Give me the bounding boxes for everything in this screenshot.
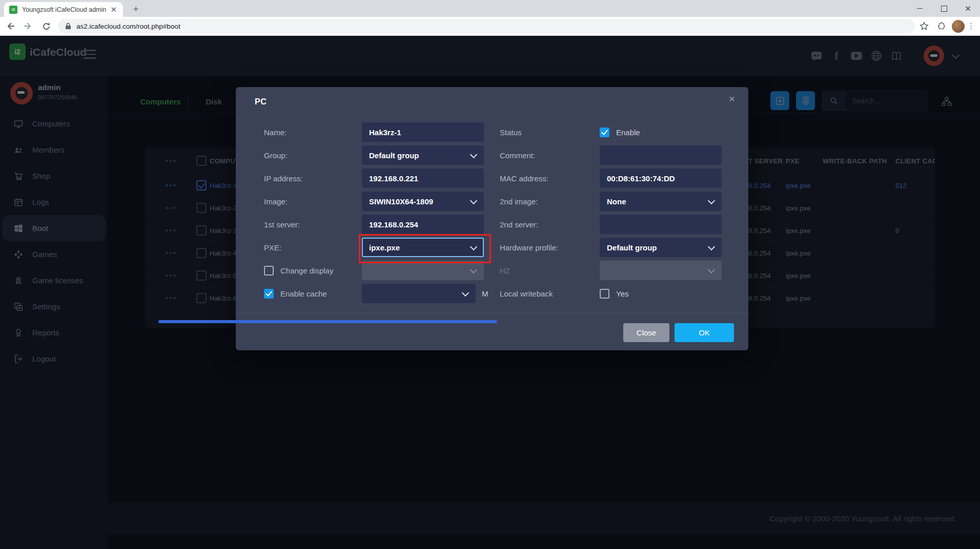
field-row-status: Status Enable [500,122,730,142]
field-row-local-writeback: Local writeback Yes [500,284,730,303]
browser-menu-icon[interactable]: ⋮ [967,22,975,31]
ip-label: IP address: [264,174,362,183]
window-controls: ✕ [908,0,980,17]
field-row-1st-server: 1st server: 192.168.0.254 [264,215,489,234]
mac-label: MAC address: [500,174,600,183]
name-input[interactable]: Hak3rz-1 [362,122,484,142]
field-row-change-display: Change display [264,261,489,280]
local-writeback-yes-label: Yes [616,289,628,298]
url-text: as2.icafecloud.com/root.php#boot [76,23,180,30]
local-writeback-checkbox[interactable] [600,289,609,299]
field-row-image: Image: SIWIN10X64-1809 [264,192,489,211]
url-bar[interactable]: as2.icafecloud.com/root.php#boot [58,19,915,33]
back-icon[interactable] [3,18,18,34]
change-display-label: Change display [280,266,333,275]
cache-unit-label: M [482,289,488,298]
browser-toolbar: as2.icafecloud.com/root.php#boot ⋮ [0,17,980,36]
pc-dialog: PC × Name: Hak3rz-1 Group: Default group… [236,87,748,350]
field-row-2nd-image: 2nd image: None [500,192,730,211]
field-row-group: Group: Default group [264,145,489,165]
hz-select-disabled [600,261,722,280]
field-row-mac: MAC address: 00:D8:61:30:74:DD [500,168,730,188]
status-label: Status [500,128,600,137]
2nd-image-select[interactable]: None [600,192,722,211]
pxe-label: PXE: [264,243,362,252]
field-row-pxe: PXE: ipxe.pxe [264,238,489,257]
browser-profile-avatar[interactable] [950,18,966,34]
2nd-server-label: 2nd server: [500,220,600,229]
1st-server-label: 1st server: [264,220,362,229]
new-tab-button[interactable]: + [129,3,142,16]
dialog-title: PC [255,97,267,107]
change-display-checkbox[interactable] [264,266,274,276]
browser-tabstrip: i2 Youngzsoft iCafeCloud admin ✕ + ✕ [0,0,980,17]
mac-input[interactable]: 00:D8:61:30:74:DD [600,168,722,188]
hz-label: HZ [500,266,600,275]
image-select[interactable]: SIWIN10X64-1809 [362,192,484,211]
field-row-hardware-profile: Hardware profile: Default group [500,238,730,257]
forward-icon[interactable] [21,18,36,34]
minimize-button[interactable] [908,0,932,17]
maximize-button[interactable] [932,0,956,17]
field-row-2nd-server: 2nd server: [500,215,730,234]
cache-size-select[interactable] [362,284,476,303]
group-label: Group: [264,151,362,160]
extensions-puzzle-icon[interactable] [933,18,949,34]
dialog-close-icon[interactable]: × [729,93,735,104]
enable-cache-toggle: Enable cache [264,289,362,299]
enable-cache-checkbox[interactable] [264,289,274,299]
change-display-toggle: Change display [264,266,362,276]
group-select[interactable]: Default group [362,145,484,165]
pxe-select[interactable]: ipxe.pxe [362,238,484,257]
ok-button[interactable]: OK [675,323,734,342]
2nd-server-input[interactable] [600,215,722,234]
1st-server-input[interactable]: 192.168.0.254 [362,215,484,234]
comment-label: Comment: [500,151,600,160]
favicon-icon: i2 [9,6,17,14]
ip-input[interactable]: 192.168.0.221 [362,168,484,188]
dialog-footer: Close OK [236,313,748,350]
field-row-hz: HZ [500,261,730,280]
refresh-icon[interactable] [38,18,54,34]
field-row-name: Name: Hak3rz-1 [264,122,489,142]
lock-icon [65,23,71,30]
bookmark-star-icon[interactable] [916,18,932,34]
enable-cache-label: Enable cache [280,289,327,298]
status-enable-checkbox[interactable] [600,128,609,137]
close-button[interactable]: Close [623,323,669,342]
2nd-image-label: 2nd image: [500,197,600,206]
field-row-ip: IP address: 192.168.0.221 [264,168,489,188]
browser-tab[interactable]: i2 Youngzsoft iCafeCloud admin ✕ [4,2,123,17]
display-mode-select-disabled [362,261,484,280]
screen: i2 Youngzsoft iCafeCloud admin ✕ + ✕ as2… [0,0,980,549]
image-label: Image: [264,197,362,206]
hardware-profile-label: Hardware profile: [500,243,600,252]
name-label: Name: [264,128,362,137]
horizontal-scrollbar[interactable] [158,320,497,323]
close-window-button[interactable]: ✕ [956,0,980,17]
tab-close-icon[interactable]: ✕ [109,5,118,14]
hardware-profile-select[interactable]: Default group [600,238,722,257]
status-enable-label: Enable [616,128,640,137]
local-writeback-label: Local writeback [500,289,600,298]
browser-tab-title: Youngzsoft iCafeCloud admin [22,6,109,13]
field-row-comment: Comment: [500,145,730,165]
field-row-enable-cache: Enable cache M [264,284,489,303]
comment-input[interactable] [600,145,722,165]
